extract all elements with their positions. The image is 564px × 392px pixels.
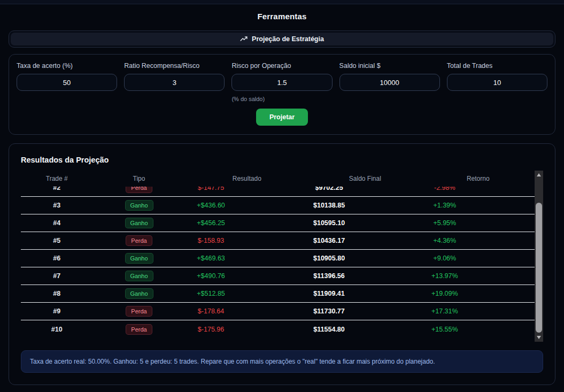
retorno-cell: +4.36% <box>422 237 535 244</box>
field-taxa-de-acerto: Taxa de acerto (%) <box>17 62 117 102</box>
tipo-badge: Ganho <box>125 288 153 299</box>
saldo-inicial-input[interactable] <box>339 74 440 91</box>
results-table: Trade # Tipo Resultado Saldo Final Retor… <box>21 171 543 342</box>
tipo-cell: Ganho <box>93 200 186 211</box>
field-risco-por-operacao: Risco por Operação (% do saldo) <box>231 62 332 102</box>
column-header-retorno: Retorno <box>422 175 535 182</box>
scroll-up-icon[interactable] <box>537 173 541 176</box>
retorno-cell: +17.31% <box>422 308 535 315</box>
trade-cell: #6 <box>21 255 93 262</box>
scrollbar-thumb[interactable] <box>536 203 542 333</box>
saldo-cell: $11554.80 <box>237 326 422 333</box>
tipo-cell: Ganho <box>93 288 186 299</box>
resultado-cell: +$512.85 <box>186 290 237 297</box>
trade-cell: #4 <box>21 219 93 227</box>
ratio-input[interactable] <box>124 74 225 91</box>
tipo-badge: Perda <box>126 306 152 317</box>
table-header: Trade # Tipo Resultado Saldo Final Retor… <box>21 171 535 187</box>
saldo-cell: $10595.10 <box>237 219 422 227</box>
field-label: Risco por Operação <box>231 62 332 70</box>
table-row: #6 Ganho +$469.63 $10905.80 +9.06% <box>21 250 535 267</box>
resultado-cell: +$490.76 <box>186 272 237 280</box>
table-row: #9 Perda $-178.64 $11730.77 +17.31% <box>21 303 535 320</box>
resultado-cell: +$469.63 <box>186 255 237 262</box>
table-row: #7 Ganho +$490.76 $11396.56 +13.97% <box>21 267 535 285</box>
table-content: Trade # Tipo Resultado Saldo Final Retor… <box>21 171 535 342</box>
tipo-badge: Ganho <box>125 271 153 281</box>
button-row: Projetar <box>17 109 547 127</box>
retorno-cell: +5.95% <box>422 219 535 227</box>
table-row: #4 Ganho +$456.25 $10595.10 +5.95% <box>21 214 535 232</box>
tipo-badge: Perda <box>126 324 152 335</box>
projetar-button[interactable]: Projetar <box>256 109 308 126</box>
table-row: #3 Ganho +$436.60 $10138.85 +1.39% <box>21 197 535 214</box>
field-ratio-recompensa-risco: Ratio Recompensa/Risco <box>124 62 225 102</box>
table-row: #5 Perda $-158.93 $10436.17 +4.36% <box>21 232 535 250</box>
retorno-cell: +1.39% <box>422 202 535 209</box>
trade-cell: #7 <box>21 272 93 280</box>
tipo-badge: Perda <box>126 235 152 246</box>
column-header-trade: Trade # <box>21 175 93 182</box>
resultado-cell: $-147.75 <box>186 187 237 191</box>
resultado-cell: +$436.60 <box>186 202 237 209</box>
table-row: #2 Perda $-147.75 $9702.25 -2.98% <box>21 187 535 197</box>
trending-up-icon <box>240 35 248 43</box>
strategy-form-panel: Taxa de acerto (%) Ratio Recompensa/Risc… <box>9 54 555 135</box>
retorno-cell: +9.06% <box>422 255 535 262</box>
column-header-saldo-final: Saldo Final <box>308 175 421 182</box>
retorno-cell: +13.97% <box>422 272 535 280</box>
table-viewport: #2 Perda $-147.75 $9702.25 -2.98% #3 Gan… <box>21 187 535 342</box>
field-hint: (% do saldo) <box>231 96 332 102</box>
column-header-resultado: Resultado <box>186 175 309 182</box>
saldo-cell: $11730.77 <box>237 308 422 315</box>
risco-operacao-input[interactable] <box>231 74 332 91</box>
taxa-acerto-input[interactable] <box>17 74 117 91</box>
form-grid: Taxa de acerto (%) Ratio Recompensa/Risc… <box>17 62 547 102</box>
trade-cell: #2 <box>21 187 93 191</box>
trade-cell: #10 <box>21 326 93 333</box>
table-row: #10 Perda $-175.96 $11554.80 +15.55% <box>21 320 535 338</box>
trade-cell: #5 <box>21 237 93 244</box>
tipo-cell: Perda <box>93 235 186 246</box>
trade-cell: #9 <box>21 308 93 315</box>
field-label: Taxa de acerto (%) <box>17 62 117 70</box>
resultado-cell: +$456.25 <box>186 219 237 227</box>
tipo-cell: Ganho <box>93 271 186 281</box>
scroll-down-icon[interactable] <box>537 336 541 339</box>
top-strip <box>0 0 564 4</box>
tipo-cell: Ganho <box>93 218 186 228</box>
tipo-badge: Ganho <box>125 218 153 228</box>
trade-cell: #3 <box>21 202 93 209</box>
field-total-de-trades: Total de Trades <box>447 62 547 102</box>
results-panel: Resultados da Projeção Trade # Tipo Resu… <box>9 143 555 385</box>
page-title: Ferramentas <box>0 4 564 27</box>
resultado-cell: $-175.96 <box>186 326 237 333</box>
tipo-cell: Perda <box>93 187 186 193</box>
retorno-cell: +15.55% <box>422 326 535 333</box>
column-header-tipo: Tipo <box>93 175 186 182</box>
tipo-cell: Ganho <box>93 253 186 264</box>
saldo-cell: $10436.17 <box>237 237 422 244</box>
retorno-cell: +19.09% <box>422 290 535 297</box>
tab-projecao-estrategia[interactable]: Projeção de Estratégia <box>11 33 553 45</box>
tab-label: Projeção de Estratégia <box>252 35 324 43</box>
tipo-cell: Perda <box>93 324 186 335</box>
table-scrollbar[interactable] <box>535 171 543 342</box>
tipo-cell: Perda <box>93 306 186 317</box>
saldo-cell: $10905.80 <box>237 255 422 262</box>
saldo-cell: $11909.41 <box>237 290 422 297</box>
summary-note: Taxa de acerto real: 50.00%. Ganhou: 5 e… <box>21 350 543 373</box>
retorno-cell: -2.98% <box>422 187 535 191</box>
field-label: Ratio Recompensa/Risco <box>124 62 225 70</box>
field-label: Total de Trades <box>447 62 547 70</box>
tipo-badge: Ganho <box>125 200 153 211</box>
saldo-cell: $11396.56 <box>237 272 422 280</box>
saldo-cell: $9702.25 <box>237 187 422 191</box>
field-label: Saldo inicial $ <box>339 62 440 70</box>
resultado-cell: $-158.93 <box>186 237 237 244</box>
tab-bar: Projeção de Estratégia <box>9 30 555 48</box>
field-saldo-inicial: Saldo inicial $ <box>339 62 440 102</box>
saldo-cell: $10138.85 <box>237 202 422 209</box>
total-trades-input[interactable] <box>447 74 547 91</box>
main-content: Projeção de Estratégia Taxa de acerto (%… <box>0 30 564 385</box>
